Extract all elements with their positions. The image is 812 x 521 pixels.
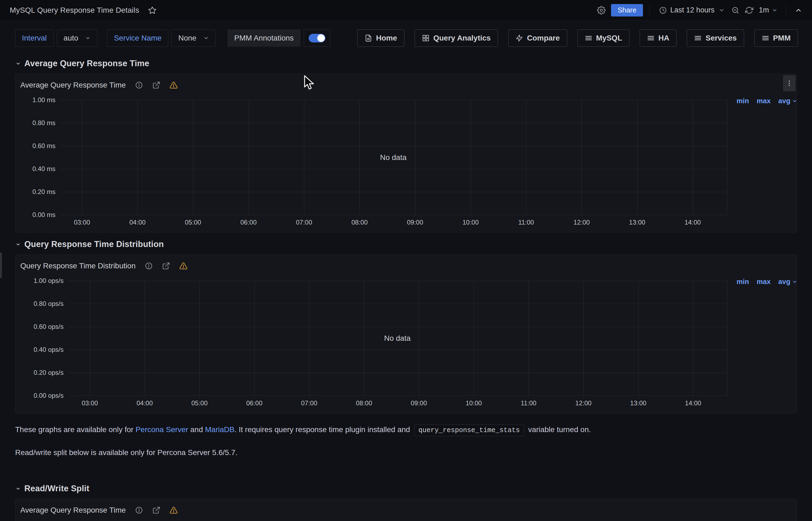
note-read-write-split: Read/write split below is available only… (15, 448, 797, 458)
nav-link-compare[interactable]: Compare (508, 29, 567, 47)
nav-link-home[interactable]: Home (357, 29, 404, 47)
info-icon[interactable] (145, 262, 153, 270)
x-axis-tick-label: 13:00 (630, 400, 646, 407)
legend-max-button[interactable]: max (756, 277, 771, 286)
y-axis-tick-label: 0.40 ms (33, 165, 56, 173)
dashboard-title: MySQL Query Response Time Details (10, 6, 139, 15)
refresh-icon (745, 6, 753, 14)
external-link-icon[interactable] (152, 506, 161, 514)
grid-icon (422, 34, 429, 42)
left-scroll-handle[interactable] (0, 252, 2, 278)
menu-icon (585, 34, 592, 42)
external-link-icon[interactable] (152, 81, 161, 89)
clock-icon (659, 6, 667, 14)
variable-dropdown-service-name[interactable]: None (171, 29, 216, 47)
variable-label-service-name: Service Name (107, 29, 168, 47)
vertical-gridline (364, 281, 364, 395)
panel-title: Average Query Response Time (20, 81, 126, 89)
dashboard-settings-button[interactable] (595, 4, 607, 16)
external-link-icon[interactable] (162, 262, 170, 270)
pmm-annotations-toggle[interactable] (304, 29, 330, 47)
top-navigation-bar: MySQL Query Response Time Details Share (0, 0, 812, 21)
panel-title: Average Query Response Time (20, 506, 126, 515)
legend-min-button[interactable]: min (736, 277, 749, 286)
x-axis: 03:0004:0005:0006:0007:0008:0009:0010:00… (67, 395, 727, 409)
panel-title: Query Response Time Distribution (20, 262, 135, 270)
legend-max-button[interactable]: max (756, 97, 771, 105)
legend-avg-button[interactable]: avg (778, 277, 797, 286)
refresh-dashboard-button[interactable] (744, 6, 755, 14)
y-axis-tick-label: 0.20 ops/s (34, 369, 64, 377)
row-header-read-write-split[interactable]: Read/Write Split (15, 484, 797, 494)
menu-icon (694, 34, 702, 42)
nav-link-ha[interactable]: HA (640, 29, 677, 47)
y-axis-tick-label: 0.80 ms (33, 119, 56, 127)
refresh-interval-dropdown[interactable]: 1m (757, 6, 779, 14)
row-header-average-query-response-time[interactable]: Average Query Response Time (15, 59, 797, 68)
info-icon[interactable] (135, 506, 143, 514)
x-axis-tick-label: 04:00 (136, 400, 153, 407)
legend-min-button[interactable]: min (736, 97, 749, 105)
plot-area[interactable]: No data (67, 281, 727, 395)
nav-link-mysql[interactable]: MySQL (577, 29, 629, 47)
dashboard-toolbar: Interval auto Service Name None PMM Anno… (0, 21, 812, 47)
row-header-query-response-time-distribution[interactable]: Query Response Time Distribution (15, 240, 797, 249)
warning-icon[interactable] (170, 506, 178, 514)
time-range-label: Last 12 hours (670, 6, 714, 14)
panel-header[interactable]: Average Query Response Time (16, 74, 796, 90)
note-text: and (188, 425, 205, 434)
vertical-gridline (529, 281, 529, 395)
mariadb-link[interactable]: MariaDB (205, 425, 235, 434)
x-axis-tick-label: 09:00 (411, 400, 427, 407)
panel-header[interactable]: Average Query Response Time (16, 499, 796, 515)
collapse-topbar-button[interactable] (792, 4, 805, 16)
vertical-gridline (637, 100, 638, 215)
x-axis-tick-label: 14:00 (685, 219, 701, 226)
x-axis-tick-label: 08:00 (351, 219, 368, 226)
template-variables: Interval auto Service Name None PMM Anno… (15, 29, 330, 47)
variable-dropdown-interval[interactable]: auto (57, 29, 98, 47)
timeseries-chart[interactable]: 1.00 ms0.80 ms0.60 ms0.40 ms0.20 ms0.00 … (16, 90, 796, 232)
warning-icon[interactable] (170, 81, 178, 89)
horizontal-gridline (67, 304, 727, 304)
nav-link-pmm[interactable]: PMM (754, 29, 798, 47)
horizontal-gridline (59, 146, 727, 146)
panel-query-response-time-distribution: Query Response Time Distribution 1.00 op… (15, 254, 797, 413)
panel-average-query-response-time: Average Query Response Time 1.00 ms0.80 … (15, 74, 797, 232)
x-axis-tick-label: 12:00 (573, 219, 590, 226)
share-button[interactable]: Share (611, 4, 643, 17)
vertical-gridline (415, 100, 415, 215)
x-axis-tick-label: 03:00 (74, 219, 90, 226)
x-axis-tick-label: 05:00 (185, 219, 201, 226)
nav-link-label: Services (705, 34, 736, 42)
star-icon (148, 6, 157, 15)
variable-label-interval: Interval (15, 29, 54, 47)
chevron-down-icon (719, 7, 725, 13)
plot-right-boundary (727, 100, 727, 215)
timeseries-chart[interactable]: 1.00 ops/s0.80 ops/s0.60 ops/s0.40 ops/s… (16, 271, 796, 413)
chevron-down-icon (792, 279, 797, 285)
time-range-picker[interactable]: Last 12 hours (656, 4, 728, 17)
y-axis-tick-label: 0.80 ops/s (34, 300, 64, 308)
panel-legend: min max avg (736, 97, 796, 105)
zoom-out-icon (731, 6, 740, 14)
x-axis-tick-label: 14:00 (685, 400, 701, 407)
nav-link-services[interactable]: Services (687, 29, 744, 47)
legend-avg-button[interactable]: avg (778, 97, 797, 105)
nav-link-label: Compare (527, 34, 560, 42)
y-axis-tick-label: 0.00 ops/s (34, 392, 64, 400)
x-axis-tick-label: 04:00 (129, 219, 146, 226)
plot-area[interactable]: No data (59, 100, 727, 215)
zoom-out-time-button[interactable] (729, 4, 742, 16)
favorite-star-button[interactable] (146, 4, 158, 16)
nav-link-label: Home (376, 34, 397, 42)
nav-link-query-analytics[interactable]: Query Analytics (415, 29, 498, 47)
panel-average-query-response-time-rw: Average Query Response Time (15, 499, 797, 521)
no-data-message: No data (384, 334, 411, 343)
warning-icon[interactable] (179, 262, 188, 270)
info-icon[interactable] (135, 81, 143, 89)
panel-menu-button[interactable] (783, 75, 795, 91)
vertical-gridline (309, 281, 309, 395)
percona-server-link[interactable]: Percona Server (135, 425, 188, 434)
panel-header[interactable]: Query Response Time Distribution (16, 255, 796, 271)
